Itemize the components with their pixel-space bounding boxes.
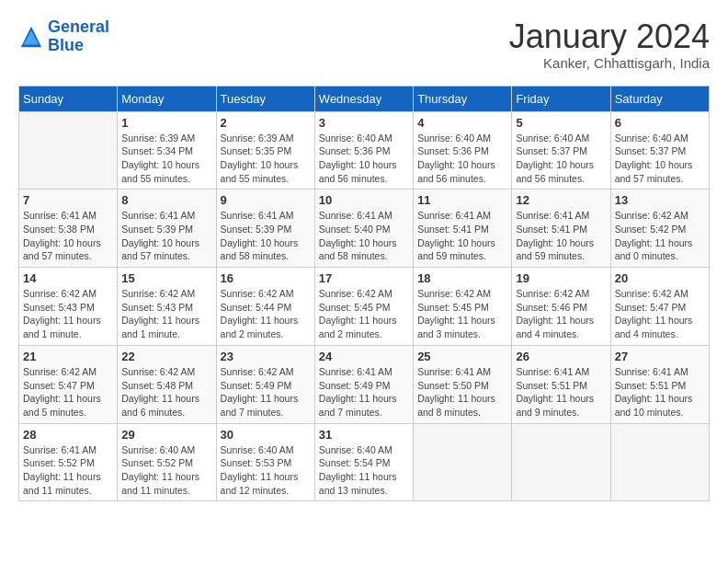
calendar-cell: 26Sunrise: 6:41 AMSunset: 5:51 PMDayligh… [512, 345, 610, 423]
day-number: 30 [221, 428, 311, 442]
calendar-cell: 25Sunrise: 6:41 AMSunset: 5:50 PMDayligh… [414, 345, 512, 423]
calendar-cell [19, 111, 118, 190]
calendar-cell: 7Sunrise: 6:41 AMSunset: 5:38 PMDaylight… [19, 190, 118, 268]
day-number: 10 [319, 193, 409, 207]
calendar-cell: 9Sunrise: 6:41 AMSunset: 5:39 PMDaylight… [216, 190, 314, 268]
day-number: 11 [417, 193, 507, 207]
day-info: Sunrise: 6:41 AMSunset: 5:51 PMDaylight:… [615, 365, 705, 419]
day-info: Sunrise: 6:41 AMSunset: 5:38 PMDaylight:… [23, 209, 113, 263]
calendar-cell: 6Sunrise: 6:40 AMSunset: 5:37 PMDaylight… [610, 111, 709, 190]
day-number: 6 [615, 116, 705, 130]
calendar-header-row: SundayMondayTuesdayWednesdayThursdayFrid… [19, 86, 710, 111]
calendar-cell: 1Sunrise: 6:39 AMSunset: 5:34 PMDaylight… [118, 111, 216, 190]
day-number: 19 [516, 271, 606, 285]
calendar-cell: 27Sunrise: 6:41 AMSunset: 5:51 PMDayligh… [610, 345, 709, 423]
calendar-cell: 14Sunrise: 6:42 AMSunset: 5:43 PMDayligh… [19, 268, 118, 346]
day-info: Sunrise: 6:40 AMSunset: 5:37 PMDaylight:… [516, 132, 606, 186]
day-number: 13 [615, 193, 705, 207]
calendar-week-3: 14Sunrise: 6:42 AMSunset: 5:43 PMDayligh… [19, 268, 710, 346]
day-info: Sunrise: 6:40 AMSunset: 5:36 PMDaylight:… [417, 132, 507, 186]
calendar-cell: 11Sunrise: 6:41 AMSunset: 5:41 PMDayligh… [414, 190, 512, 268]
day-info: Sunrise: 6:41 AMSunset: 5:50 PMDaylight:… [417, 365, 507, 419]
day-info: Sunrise: 6:40 AMSunset: 5:37 PMDaylight:… [615, 132, 705, 186]
calendar-cell: 3Sunrise: 6:40 AMSunset: 5:36 PMDaylight… [314, 111, 413, 190]
header-thursday: Thursday [414, 86, 512, 111]
calendar-week-4: 21Sunrise: 6:42 AMSunset: 5:47 PMDayligh… [19, 345, 710, 423]
calendar-cell: 19Sunrise: 6:42 AMSunset: 5:46 PMDayligh… [512, 268, 610, 346]
day-number: 16 [221, 271, 311, 285]
day-info: Sunrise: 6:41 AMSunset: 5:39 PMDaylight:… [221, 209, 311, 263]
day-info: Sunrise: 6:39 AMSunset: 5:34 PMDaylight:… [121, 132, 211, 186]
page-header: General Blue January 2024 Kanker, Chhatt… [18, 18, 710, 71]
day-number: 14 [23, 271, 113, 285]
calendar-cell: 8Sunrise: 6:41 AMSunset: 5:39 PMDaylight… [118, 190, 216, 268]
day-number: 4 [417, 116, 507, 130]
day-info: Sunrise: 6:40 AMSunset: 5:36 PMDaylight:… [319, 132, 409, 186]
day-info: Sunrise: 6:42 AMSunset: 5:43 PMDaylight:… [23, 287, 113, 341]
header-tuesday: Tuesday [216, 86, 314, 111]
day-info: Sunrise: 6:41 AMSunset: 5:49 PMDaylight:… [319, 365, 409, 419]
calendar-cell: 13Sunrise: 6:42 AMSunset: 5:42 PMDayligh… [610, 190, 709, 268]
calendar-cell: 29Sunrise: 6:40 AMSunset: 5:52 PMDayligh… [118, 423, 216, 501]
month-title: January 2024 [509, 18, 710, 55]
calendar-cell: 4Sunrise: 6:40 AMSunset: 5:36 PMDaylight… [414, 111, 512, 190]
day-info: Sunrise: 6:42 AMSunset: 5:46 PMDaylight:… [516, 287, 606, 341]
day-info: Sunrise: 6:40 AMSunset: 5:53 PMDaylight:… [221, 443, 311, 498]
calendar-cell: 31Sunrise: 6:40 AMSunset: 5:54 PMDayligh… [314, 423, 413, 501]
day-info: Sunrise: 6:41 AMSunset: 5:51 PMDaylight:… [516, 365, 606, 419]
header-friday: Friday [512, 86, 610, 111]
day-number: 22 [121, 350, 211, 363]
header-wednesday: Wednesday [314, 86, 413, 111]
calendar-cell: 30Sunrise: 6:40 AMSunset: 5:53 PMDayligh… [216, 423, 314, 501]
header-sunday: Sunday [19, 86, 118, 111]
day-info: Sunrise: 6:41 AMSunset: 5:40 PMDaylight:… [319, 209, 409, 263]
logo-line2: Blue [48, 36, 84, 54]
calendar-cell: 18Sunrise: 6:42 AMSunset: 5:45 PMDayligh… [414, 268, 512, 346]
calendar-cell: 15Sunrise: 6:42 AMSunset: 5:43 PMDayligh… [118, 268, 216, 346]
day-number: 2 [221, 116, 311, 130]
calendar-cell: 16Sunrise: 6:42 AMSunset: 5:44 PMDayligh… [216, 268, 314, 346]
day-info: Sunrise: 6:42 AMSunset: 5:45 PMDaylight:… [417, 287, 507, 341]
logo-text: General Blue [48, 18, 109, 55]
day-number: 21 [23, 350, 113, 363]
day-number: 9 [221, 193, 311, 207]
calendar-cell: 21Sunrise: 6:42 AMSunset: 5:47 PMDayligh… [19, 345, 118, 423]
header-monday: Monday [118, 86, 216, 111]
day-info: Sunrise: 6:41 AMSunset: 5:39 PMDaylight:… [121, 209, 211, 263]
day-number: 31 [319, 428, 409, 442]
day-info: Sunrise: 6:42 AMSunset: 5:47 PMDaylight:… [615, 287, 705, 341]
calendar-table: SundayMondayTuesdayWednesdayThursdayFrid… [18, 86, 710, 502]
calendar-cell: 20Sunrise: 6:42 AMSunset: 5:47 PMDayligh… [610, 268, 709, 346]
day-info: Sunrise: 6:42 AMSunset: 5:45 PMDaylight:… [319, 287, 409, 341]
day-number: 8 [121, 193, 211, 207]
day-info: Sunrise: 6:41 AMSunset: 5:41 PMDaylight:… [417, 209, 507, 263]
day-number: 15 [121, 271, 211, 285]
day-info: Sunrise: 6:42 AMSunset: 5:48 PMDaylight:… [121, 365, 211, 419]
day-number: 23 [221, 350, 311, 363]
day-info: Sunrise: 6:41 AMSunset: 5:41 PMDaylight:… [516, 209, 606, 263]
day-info: Sunrise: 6:39 AMSunset: 5:35 PMDaylight:… [221, 132, 311, 186]
calendar-cell: 23Sunrise: 6:42 AMSunset: 5:49 PMDayligh… [216, 345, 314, 423]
calendar-week-2: 7Sunrise: 6:41 AMSunset: 5:38 PMDaylight… [19, 190, 710, 268]
calendar-week-1: 1Sunrise: 6:39 AMSunset: 5:34 PMDaylight… [19, 111, 710, 190]
day-number: 3 [319, 116, 409, 130]
day-info: Sunrise: 6:42 AMSunset: 5:42 PMDaylight:… [615, 209, 705, 263]
day-number: 28 [23, 428, 113, 442]
location-subtitle: Kanker, Chhattisgarh, India [509, 55, 710, 71]
calendar-cell: 12Sunrise: 6:41 AMSunset: 5:41 PMDayligh… [512, 190, 610, 268]
day-number: 12 [516, 193, 606, 207]
calendar-cell: 28Sunrise: 6:41 AMSunset: 5:52 PMDayligh… [19, 423, 118, 501]
day-info: Sunrise: 6:42 AMSunset: 5:44 PMDaylight:… [221, 287, 311, 341]
logo-line1: General [48, 17, 109, 36]
day-info: Sunrise: 6:42 AMSunset: 5:49 PMDaylight:… [221, 365, 311, 419]
calendar-cell: 10Sunrise: 6:41 AMSunset: 5:40 PMDayligh… [314, 190, 413, 268]
calendar-cell [512, 423, 610, 501]
day-number: 17 [319, 271, 409, 285]
day-number: 26 [516, 350, 606, 363]
logo: General Blue [18, 18, 109, 55]
day-info: Sunrise: 6:40 AMSunset: 5:52 PMDaylight:… [121, 443, 211, 498]
day-info: Sunrise: 6:42 AMSunset: 5:47 PMDaylight:… [23, 365, 113, 419]
day-number: 27 [615, 350, 705, 363]
day-number: 24 [319, 350, 409, 363]
calendar-week-5: 28Sunrise: 6:41 AMSunset: 5:52 PMDayligh… [19, 423, 710, 501]
